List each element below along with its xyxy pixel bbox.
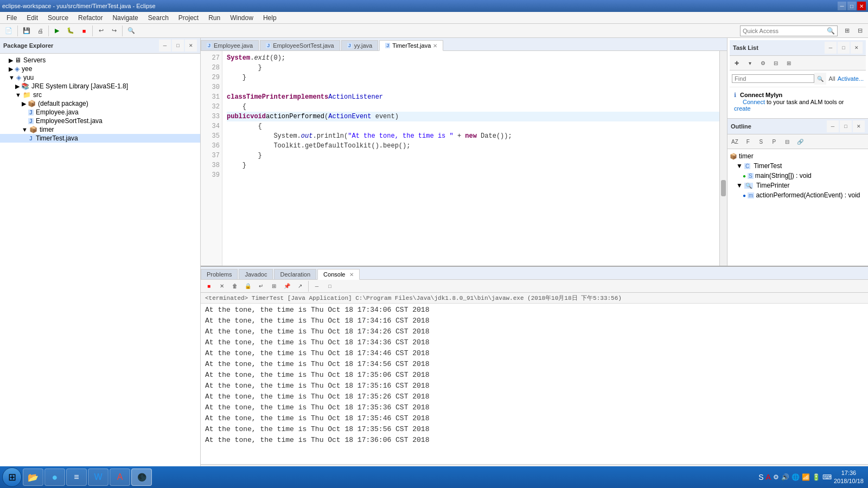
- code-editor[interactable]: 27 28 29 30 31 32 33 34 35 36 37 38 39: [201, 51, 727, 266]
- outline-item-main[interactable]: ● S main(String[]) : void: [727, 171, 868, 181]
- console-open-btn[interactable]: ↗: [294, 280, 306, 292]
- task-close[interactable]: ✕: [851, 42, 863, 54]
- quick-access-input[interactable]: [743, 28, 827, 34]
- console-min-btn[interactable]: ─: [311, 280, 323, 292]
- tab-javadoc[interactable]: Javadoc: [239, 269, 273, 279]
- views-button[interactable]: ⊟: [854, 25, 866, 37]
- print-button[interactable]: 🖨: [34, 25, 46, 37]
- tree-item-servers[interactable]: ▶ 🖥 Servers: [0, 56, 200, 65]
- task-minimize[interactable]: ─: [825, 42, 837, 54]
- task-collapse-btn[interactable]: ⊟: [770, 57, 782, 69]
- outline-hide-fields-btn[interactable]: F: [742, 136, 754, 147]
- vertical-scrollbar[interactable]: [719, 51, 727, 266]
- console-terminate-btn[interactable]: ■: [203, 280, 215, 292]
- pe-minimize[interactable]: ─: [159, 40, 171, 52]
- tab-employee[interactable]: J Employee.java: [201, 40, 259, 50]
- undo-button[interactable]: ↩: [95, 25, 107, 37]
- task-expand-btn[interactable]: ⊞: [783, 57, 795, 69]
- tree-item-src[interactable]: ▼ 📁 src: [0, 91, 200, 99]
- console-output[interactable]: At the tone, the time is Thu Oct 18 17:3…: [201, 304, 868, 464]
- console-clear-btn[interactable]: 🗑: [229, 280, 241, 292]
- stop-button[interactable]: ■: [78, 25, 90, 37]
- menu-project[interactable]: Project: [174, 13, 203, 23]
- console-word-wrap-btn[interactable]: ↵: [255, 280, 267, 292]
- taskbar-word[interactable]: W: [88, 468, 108, 486]
- console-tab-close-icon[interactable]: ✕: [349, 272, 354, 278]
- taskbar-acrobat[interactable]: A: [110, 468, 130, 486]
- tree-item-default-package[interactable]: ▶ 📦 (default package): [0, 99, 200, 108]
- outline-hide-nonpublic-btn[interactable]: P: [768, 136, 780, 147]
- tree-item-yee[interactable]: ▶ ◈ yee: [0, 65, 200, 73]
- taskbar-eclipse[interactable]: 🌑: [131, 468, 152, 486]
- tab-problems[interactable]: Problems: [201, 269, 238, 279]
- pe-maximize[interactable]: □: [172, 40, 184, 52]
- tree-item-employee[interactable]: J Employee.java: [0, 108, 200, 117]
- tab-yy[interactable]: J yy.java: [341, 40, 378, 50]
- taskbar-explorer[interactable]: 📂: [23, 468, 43, 486]
- task-new-btn[interactable]: ✚: [731, 57, 743, 69]
- search-toolbar-button[interactable]: 🔍: [125, 25, 138, 37]
- perspectives-button[interactable]: ⊞: [841, 25, 853, 37]
- outline-minimize[interactable]: ─: [827, 120, 839, 132]
- tree-item-yuu[interactable]: ▼ ◈ yuu: [0, 73, 200, 82]
- tab-close-icon[interactable]: ✕: [433, 43, 437, 49]
- tree-item-timertest[interactable]: J TimerTest.java: [0, 134, 200, 143]
- menu-navigate[interactable]: Navigate: [108, 13, 142, 23]
- console-pin-btn[interactable]: 📌: [281, 280, 293, 292]
- outline-item-actionperformed[interactable]: ● m actionPerformed(ActionEvent) : void: [727, 190, 868, 200]
- outline-item-timertest-class[interactable]: ▼ C TimerTest: [727, 161, 868, 171]
- outline-collapse-btn[interactable]: ⊟: [781, 136, 793, 147]
- tab-console[interactable]: Console ✕: [317, 269, 359, 280]
- task-settings-btn[interactable]: ⚙: [757, 57, 769, 69]
- start-button[interactable]: ⊞: [2, 467, 22, 487]
- new-button[interactable]: 📄: [2, 25, 15, 37]
- editor-tabs: J Employee.java J EmployeeSortTest.java …: [201, 38, 727, 51]
- outline-link-btn[interactable]: 🔗: [794, 136, 806, 147]
- outline-hide-static-btn[interactable]: S: [755, 136, 767, 147]
- outline-item-timeprinter-class[interactable]: ▼ 🔍 TimePrinter: [727, 181, 868, 190]
- task-maximize[interactable]: □: [838, 42, 850, 54]
- minimize-button[interactable]: ─: [838, 2, 846, 10]
- scrollbar-thumb[interactable]: [721, 180, 726, 196]
- console-remove-btn[interactable]: ✕: [216, 280, 228, 292]
- menu-file[interactable]: File: [2, 13, 21, 23]
- system-clock[interactable]: 17:36 2018/10/18: [834, 469, 864, 486]
- run-button[interactable]: ▶: [51, 25, 63, 37]
- tree-item-employeesorttest[interactable]: J EmployeeSortTest.java: [0, 117, 200, 125]
- redo-button[interactable]: ↪: [108, 25, 120, 37]
- task-find-search-btn[interactable]: 🔍: [814, 73, 826, 85]
- code-content[interactable]: System.exit(0); } } class TimePrinter im…: [222, 51, 727, 266]
- menu-edit[interactable]: Edit: [22, 13, 42, 23]
- taskbar-app3[interactable]: ≡: [66, 468, 87, 486]
- menu-refactor[interactable]: Refactor: [74, 13, 107, 23]
- tab-timertest[interactable]: J TimerTest.java ✕: [379, 40, 443, 51]
- taskbar-chrome[interactable]: ●: [44, 468, 65, 486]
- outline-maximize[interactable]: □: [840, 120, 852, 132]
- restore-button[interactable]: □: [847, 2, 856, 10]
- debug-button[interactable]: 🐛: [64, 25, 77, 37]
- task-filter-btn[interactable]: ▾: [744, 57, 756, 69]
- menu-help[interactable]: Help: [259, 13, 281, 23]
- close-button[interactable]: ✕: [857, 2, 866, 10]
- task-find-input[interactable]: [732, 74, 814, 83]
- console-max-btn[interactable]: □: [324, 280, 336, 292]
- tree-item-timer-package[interactable]: ▼ 📦 timer: [0, 125, 200, 134]
- create-link[interactable]: create: [734, 105, 751, 112]
- outline-item-timer-pkg[interactable]: 📦 timer: [727, 151, 868, 161]
- outline-sort-btn[interactable]: AZ: [729, 136, 741, 147]
- menu-source[interactable]: Source: [43, 13, 73, 23]
- tab-declaration[interactable]: Declaration: [274, 269, 316, 279]
- console-scroll-lock-btn[interactable]: 🔒: [242, 280, 254, 292]
- menu-search[interactable]: Search: [144, 13, 173, 23]
- quick-access-box[interactable]: 🔍: [740, 25, 838, 36]
- pe-close[interactable]: ✕: [185, 40, 197, 52]
- connect-link[interactable]: Connect: [743, 99, 765, 105]
- tab-employeesorttest[interactable]: J EmployeeSortTest.java: [260, 40, 340, 50]
- task-activate-link[interactable]: Activate...: [838, 75, 864, 82]
- console-new-btn[interactable]: ⊞: [268, 280, 280, 292]
- outline-close[interactable]: ✕: [853, 120, 865, 132]
- menu-run[interactable]: Run: [204, 13, 225, 23]
- tree-item-jre[interactable]: ▶ 📚 JRE System Library [JavaSE-1.8]: [0, 82, 200, 91]
- menu-window[interactable]: Window: [226, 13, 258, 23]
- save-button[interactable]: 💾: [20, 25, 33, 37]
